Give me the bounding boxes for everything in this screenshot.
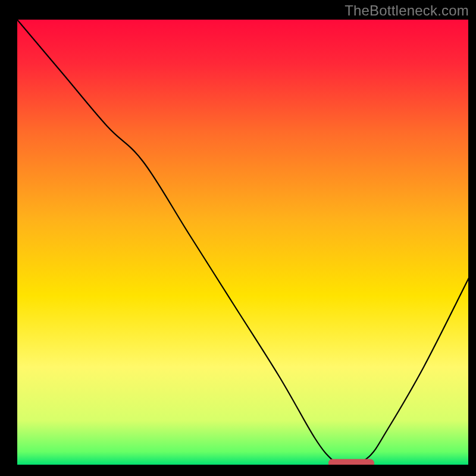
watermark-text: TheBottleneck.com (345, 2, 469, 19)
chart-background (17, 19, 469, 465)
chart-svg (0, 0, 476, 476)
chart-container: TheBottleneck.com (0, 0, 476, 476)
optimal-range-marker (328, 459, 374, 467)
